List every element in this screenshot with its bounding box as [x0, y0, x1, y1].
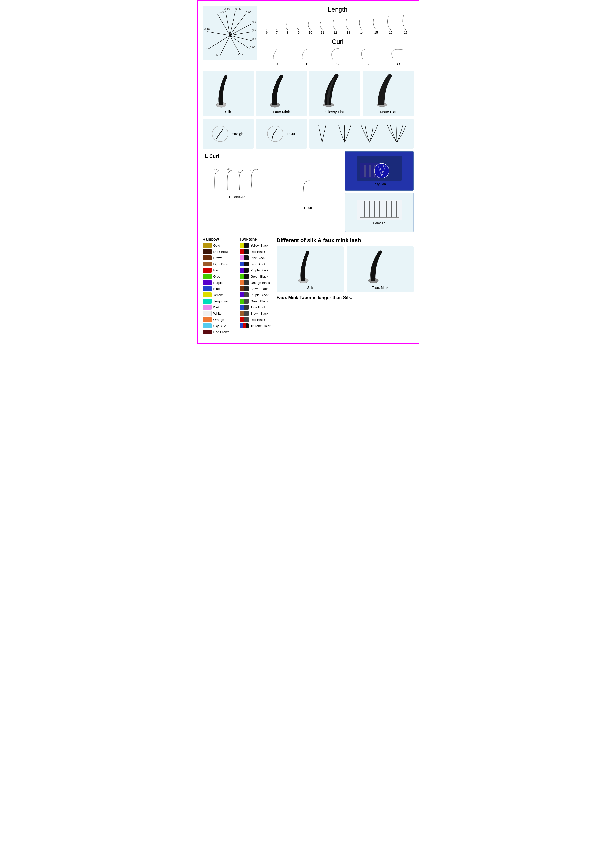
white-swatch — [202, 311, 212, 316]
length-item-7: 7 — [274, 24, 280, 34]
pinkblack-swatch — [240, 255, 249, 260]
twotone-redblack2: Red Black — [240, 317, 272, 322]
twotone-pinkblack: Pink Black — [240, 255, 272, 260]
purple-swatch — [202, 280, 212, 285]
svg-text:0.23: 0.23 — [224, 8, 230, 11]
icurl-card: I Curl — [256, 119, 307, 149]
glossy-flat-label: Glossy Flat — [326, 110, 344, 114]
lash-types-grid: Silk Faux Mink Glossy Flat Matte Flat — [202, 71, 414, 116]
color-row-darkbrown: Dark Brown — [202, 249, 235, 254]
yellowblack-swatch — [240, 243, 249, 248]
color-row-white: White — [202, 311, 235, 316]
twotone-blueblack: Blue Black — [240, 261, 272, 266]
rainbow-title: Rainbow — [202, 237, 235, 241]
faux-mink-card: Faux Mink — [256, 71, 307, 116]
yellow-swatch — [202, 292, 212, 297]
svg-text:LJ: LJ — [215, 168, 217, 170]
curl-item-d: D — [361, 47, 375, 66]
color-row-green: Green — [202, 274, 235, 279]
svg-text:0.05: 0.05 — [252, 20, 256, 23]
curl-items: J B C D — [262, 47, 414, 66]
pink-swatch — [202, 305, 212, 310]
lightbrown-swatch — [202, 261, 212, 266]
color-row-turquoise: Turquoise — [202, 299, 235, 303]
svg-text:LD: LD — [250, 169, 253, 172]
faux-mink-note: Faux Mink Taper is longer than Silk. — [277, 295, 414, 300]
svg-point-30 — [267, 126, 283, 142]
silk-comparison-card: Silk — [277, 246, 344, 292]
twotone-brownblack: Brown Black — [240, 286, 272, 291]
svg-line-7 — [230, 36, 250, 49]
bottom-section: Rainbow Gold Dark Brown Brown Light Brow… — [202, 237, 414, 338]
silk-faux-section: Different of silk & faux mink lash Silk … — [277, 237, 414, 338]
length-item-10: 10 — [307, 21, 314, 34]
svg-text:0.18: 0.18 — [204, 28, 210, 31]
color-row-red: Red — [202, 268, 235, 273]
svg-line-11 — [207, 32, 230, 36]
turquoise-swatch — [202, 299, 212, 303]
colors-section: Rainbow Gold Dark Brown Brown Light Brow… — [202, 237, 272, 338]
faux-mink-comparison-card: Faux Mink — [347, 246, 414, 292]
purpleblack2-swatch — [240, 292, 249, 297]
redbrown-swatch — [202, 329, 212, 334]
length-item-17: 17 — [401, 15, 411, 34]
svg-line-29 — [216, 130, 222, 139]
matte-flat-label: Matte Flat — [380, 110, 396, 114]
color-row-gold: Gold — [202, 243, 235, 248]
red-swatch — [202, 268, 212, 273]
length-item-12: 12 — [331, 20, 339, 34]
greenblack-swatch — [240, 274, 249, 279]
easy-fan-card: Easy Fan — [345, 151, 414, 190]
length-curl-section: Length 6 7 8 9 — [262, 6, 414, 66]
rainbow-column: Rainbow Gold Dark Brown Brown Light Brow… — [202, 237, 235, 336]
length-item-13: 13 — [344, 19, 353, 34]
svg-rect-71 — [360, 217, 399, 218]
length-items: 6 7 8 9 10 — [262, 15, 414, 34]
redblack2-swatch — [240, 317, 249, 322]
greenblack2-swatch — [240, 299, 249, 303]
purpleblack-swatch — [240, 268, 249, 273]
lcurl-subtitle-right: L curl — [304, 206, 312, 210]
blueblack2-swatch — [240, 305, 249, 310]
curl-item-c: C — [330, 47, 345, 66]
blueblack-swatch — [240, 261, 249, 266]
curl-item-b: B — [300, 47, 315, 66]
twotone-tritone: Tri Tone Color — [240, 323, 272, 328]
svg-line-8 — [230, 36, 241, 55]
curl-title: Curl — [262, 38, 414, 45]
camellia-card: Camellia — [345, 193, 414, 232]
svg-text:0.20: 0.20 — [219, 10, 224, 13]
orange-swatch — [202, 317, 212, 322]
glossy-flat-card: Glossy Flat — [309, 71, 360, 116]
color-row-purple: Purple — [202, 280, 235, 285]
color-row-brown: Brown — [202, 255, 235, 260]
svg-text:0.08: 0.08 — [250, 46, 255, 49]
straight-card: straight — [202, 119, 253, 149]
brownblack-swatch — [240, 286, 249, 291]
silk-comparison-label: Silk — [307, 286, 313, 290]
faux-mink-label: Faux Mink — [273, 110, 290, 114]
twotone-purpleblack: Purple Black — [240, 268, 272, 273]
svg-text:LB: LB — [227, 168, 230, 170]
length-title: Length — [262, 6, 414, 13]
svg-text:0.25: 0.25 — [235, 8, 241, 10]
redblack-swatch — [240, 249, 249, 254]
svg-text:0.03: 0.03 — [246, 11, 251, 14]
color-row-redbrown: Red Brown — [202, 329, 235, 334]
color-row-yellow: Yellow — [202, 292, 235, 297]
svg-text:0.15: 0.15 — [206, 48, 211, 51]
matte-flat-card: Matte Flat — [363, 71, 414, 116]
orangeblack-swatch — [240, 280, 249, 285]
svg-text:0.07: 0.07 — [252, 37, 256, 40]
svg-text:0.10: 0.10 — [238, 54, 243, 57]
fan-card — [309, 119, 414, 149]
twotone-purpleblack2: Purple Black — [240, 292, 272, 297]
faux-mink-comparison-label: Faux Mink — [371, 286, 388, 290]
fan-camellia-column: Easy Fan — [345, 151, 414, 232]
color-row-skyblue: Sky Blue — [202, 323, 235, 328]
length-item-8: 8 — [285, 23, 290, 34]
svg-text:0.12: 0.12 — [216, 54, 221, 57]
straight-label: straight — [232, 132, 244, 136]
silk-faux-cards: Silk Faux Mink — [277, 246, 414, 292]
twotone-blueblack2: Blue Black — [240, 305, 272, 310]
